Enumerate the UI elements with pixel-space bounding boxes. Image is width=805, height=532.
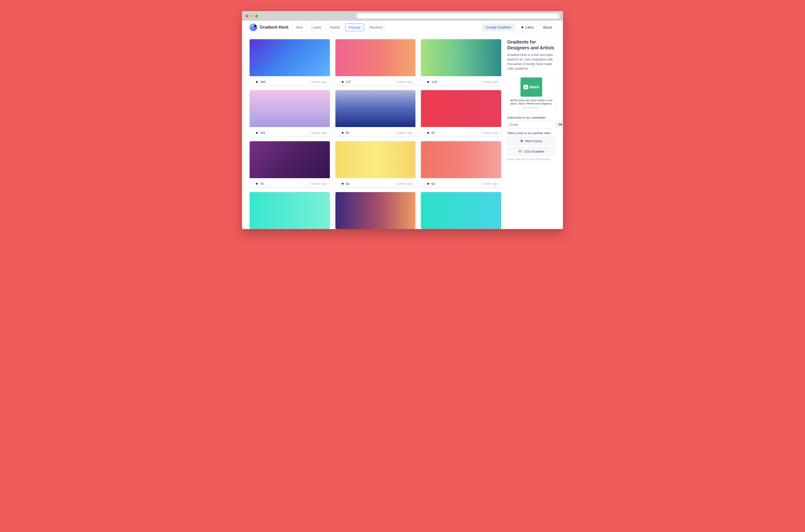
- email-field[interactable]: [507, 121, 555, 128]
- like-count: 50: [431, 182, 435, 186]
- gradient-card[interactable]: [335, 192, 416, 229]
- subscribe-button[interactable]: Ok: [556, 121, 563, 128]
- card-footer: 1183 weeks ago: [421, 76, 501, 84]
- brand[interactable]: Gradient Hunt: [249, 23, 288, 31]
- credit-line: Made with ♥ by Franco Maldonado: [507, 158, 556, 161]
- like-button[interactable]: 127: [338, 79, 354, 84]
- like-button[interactable]: 81: [424, 130, 437, 135]
- gradient-card[interactable]: 643 weeks ago: [335, 141, 416, 187]
- card-footer: 813 weeks ago: [421, 127, 501, 135]
- gradient-swatch[interactable]: [249, 141, 330, 178]
- time-label: 3 weeks ago: [395, 80, 412, 84]
- browser-window: Gradient Hunt NewLinearRadialPopularRand…: [242, 11, 563, 229]
- like-count: 101: [260, 131, 265, 135]
- nav-tab-random[interactable]: Random: [366, 23, 386, 31]
- gradient-grid: 1602 weeks ago1273 weeks ago1183 weeks a…: [249, 39, 501, 229]
- gradient-swatch[interactable]: [421, 141, 501, 178]
- subscribe-label: Subscribe to our newsletter: [507, 116, 556, 119]
- window-zoom-icon[interactable]: [255, 15, 258, 17]
- gradient-swatch[interactable]: [335, 90, 416, 127]
- heart-icon: [341, 80, 344, 83]
- dot-icon: [521, 140, 523, 142]
- like-count: 75: [260, 182, 263, 186]
- brand-name: Gradient Hunt: [260, 25, 288, 30]
- gradient-card[interactable]: [249, 192, 330, 229]
- heart-icon: [427, 131, 430, 134]
- url-bar[interactable]: [356, 14, 559, 18]
- sidebar-description: Gradient Hunt is a free and open platfor…: [507, 53, 556, 71]
- gradient-swatch[interactable]: [421, 90, 501, 127]
- partner-label: Take a look to our partner sites: [507, 131, 556, 135]
- like-count: 160: [260, 80, 265, 84]
- heart-icon: [427, 80, 430, 83]
- gradient-card[interactable]: 1602 weeks ago: [249, 39, 330, 84]
- card-footer: 1273 weeks ago: [335, 76, 416, 84]
- subscribe-form: Ok: [507, 121, 556, 128]
- gradient-swatch[interactable]: [249, 192, 330, 229]
- nav-tab-popular[interactable]: Popular: [345, 23, 364, 31]
- card-footer: 1012 weeks ago: [249, 127, 330, 135]
- brand-logo-icon: [249, 23, 257, 31]
- nav-tab-new[interactable]: New: [293, 23, 306, 31]
- create-gradient-button[interactable]: Create Gradient: [482, 23, 515, 31]
- time-label: 3 weeks ago: [310, 182, 326, 186]
- gradient-card[interactable]: 1012 weeks ago: [249, 90, 330, 135]
- ad-card[interactable]: #slack All the tools your team needs in …: [507, 75, 556, 112]
- partner-html-colors[interactable]: Html Colors: [507, 137, 556, 145]
- about-button[interactable]: About: [540, 23, 556, 31]
- time-label: 3 weeks ago: [395, 131, 412, 135]
- nav-tabs: NewLinearRadialPopularRandom: [293, 23, 386, 31]
- like-button[interactable]: 82: [338, 130, 352, 135]
- gradient-swatch[interactable]: [249, 90, 330, 127]
- like-count: 81: [431, 131, 435, 135]
- site-header: Gradient Hunt NewLinearRadialPopularRand…: [242, 21, 563, 34]
- card-footer: 753 weeks ago: [249, 178, 330, 187]
- time-label: 3 weeks ago: [481, 131, 498, 135]
- window-minimize-icon[interactable]: [250, 15, 253, 17]
- like-button[interactable]: 101: [252, 130, 268, 135]
- time-label: 2 weeks ago: [310, 131, 326, 135]
- time-label: 2 weeks ago: [310, 80, 326, 84]
- gradient-swatch[interactable]: [249, 39, 330, 76]
- time-label: 3 weeks ago: [481, 182, 498, 186]
- gradient-card[interactable]: 503 weeks ago: [421, 141, 501, 187]
- gradient-swatch[interactable]: [335, 141, 416, 178]
- gradient-swatch[interactable]: [421, 192, 501, 229]
- time-label: 3 weeks ago: [395, 182, 412, 186]
- like-button[interactable]: 118: [424, 79, 439, 84]
- gradient-swatch[interactable]: [335, 39, 416, 76]
- like-count: 127: [346, 80, 351, 84]
- card-footer: 1602 weeks ago: [249, 76, 330, 84]
- nav-tab-linear[interactable]: Linear: [308, 23, 324, 31]
- like-button[interactable]: 64: [338, 181, 352, 187]
- gradient-card[interactable]: 1183 weeks ago: [421, 39, 501, 84]
- nav-tab-radial[interactable]: Radial: [326, 23, 343, 31]
- like-button[interactable]: 50: [424, 181, 437, 187]
- like-button[interactable]: 160: [252, 79, 268, 84]
- heart-icon: [341, 131, 344, 134]
- likes-label: Likes: [526, 25, 534, 30]
- page-body: 1602 weeks ago1273 weeks ago1183 weeks a…: [242, 34, 563, 229]
- gradient-dot-icon: [519, 150, 522, 153]
- partner-css-gradient[interactable]: CSS Gradient: [507, 147, 556, 156]
- gradient-card[interactable]: 823 weeks ago: [335, 90, 416, 135]
- gradient-swatch[interactable]: [421, 39, 501, 76]
- heart-icon: [521, 26, 524, 29]
- heart-icon: [427, 182, 430, 185]
- heart-icon: [341, 182, 344, 185]
- window-close-icon[interactable]: [246, 15, 248, 17]
- gradient-card[interactable]: 813 weeks ago: [421, 90, 501, 135]
- card-footer: 503 weeks ago: [421, 178, 501, 187]
- heart-icon: [255, 182, 259, 185]
- gradient-card[interactable]: 1273 weeks ago: [335, 39, 416, 84]
- like-button[interactable]: 75: [252, 181, 266, 187]
- gradient-swatch[interactable]: [335, 192, 416, 229]
- gradient-card[interactable]: 753 weeks ago: [249, 141, 330, 187]
- likes-button[interactable]: Likes: [518, 23, 537, 31]
- like-count: 118: [431, 80, 437, 84]
- gradient-card[interactable]: [421, 192, 501, 229]
- ad-attribution: ads via Carbon: [510, 106, 553, 109]
- sidebar-title: Gradients for Designers and Artists: [507, 39, 556, 51]
- sidebar: Gradients for Designers and Artists Grad…: [507, 39, 556, 229]
- window-chrome: [242, 11, 563, 21]
